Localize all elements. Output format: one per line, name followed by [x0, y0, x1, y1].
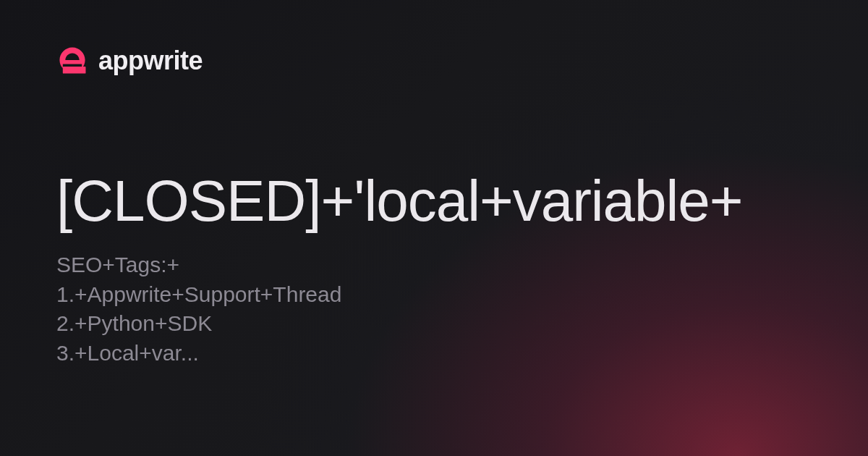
main-area: [CLOSED]+'local+variable+ SEO+Tags:+ 1.+…	[56, 169, 812, 368]
page-title: [CLOSED]+'local+variable+	[56, 169, 812, 233]
logo-row: appwrite	[56, 45, 812, 77]
svg-rect-0	[63, 67, 86, 74]
brand-name: appwrite	[98, 46, 203, 76]
appwrite-logo-icon	[56, 45, 88, 77]
content-container: appwrite [CLOSED]+'local+variable+ SEO+T…	[0, 0, 868, 456]
page-description: SEO+Tags:+ 1.+Appwrite+Support+Thread 2.…	[56, 250, 812, 368]
